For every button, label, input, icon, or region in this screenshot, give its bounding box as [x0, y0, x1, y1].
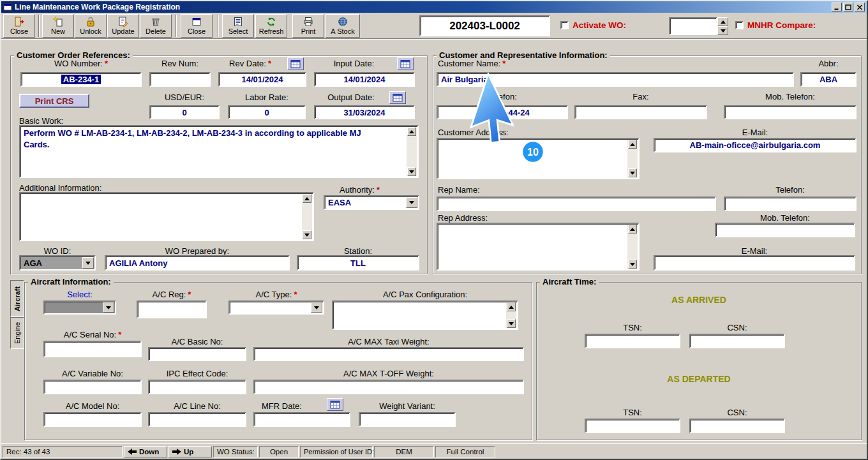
package-number-field[interactable]: 202403-L0002: [419, 15, 550, 36]
scroll-up-button[interactable]: [628, 225, 637, 234]
scroll-up-button[interactable]: [628, 140, 637, 149]
departed-tsn-field[interactable]: [585, 419, 680, 433]
mnhr-compare-checkbox[interactable]: [735, 21, 744, 29]
toolbar-select-button[interactable]: Select: [222, 14, 254, 38]
toolbar-close2-button[interactable]: Close: [181, 14, 213, 38]
wo-number-field[interactable]: AB-234-1: [20, 72, 142, 87]
triangle-up-icon: [630, 143, 635, 146]
maximize-button[interactable]: [843, 3, 853, 11]
toolbar-astock-button[interactable]: A Stock: [326, 14, 360, 38]
authority-dropdown[interactable]: EASA: [324, 195, 419, 210]
ac-serial-field[interactable]: [43, 341, 142, 357]
triangle-down-icon: [409, 201, 414, 204]
weight-variant-field[interactable]: [359, 412, 456, 427]
basic-work-textarea[interactable]: Perform WO # LM-AB-234-1, LM-AB-234-2, L…: [19, 125, 419, 178]
scroll-down-button[interactable]: [628, 168, 637, 177]
labor-rate-field[interactable]: 0: [228, 105, 306, 119]
ac-variable-no-field[interactable]: [43, 380, 142, 394]
departed-csn-field[interactable]: [689, 419, 785, 433]
additional-info-scrollbar[interactable]: [302, 194, 312, 239]
rep-address-scrollbar[interactable]: [627, 225, 638, 269]
scroll-down-button[interactable]: [407, 167, 416, 176]
customer-name-field[interactable]: Air Bulgaria: [437, 72, 794, 87]
pax-config-scrollbar[interactable]: [506, 302, 516, 328]
customer-name-label: Customer Name:*: [438, 59, 505, 68]
scroll-up-button[interactable]: [507, 302, 516, 311]
triangle-down-icon: [509, 322, 514, 325]
toolbar-print-button[interactable]: Print: [292, 14, 324, 38]
tab-engine[interactable]: Engine: [10, 317, 24, 349]
rep-email-label: E-Mail:: [654, 246, 855, 256]
ac-basic-no-field[interactable]: [148, 347, 246, 361]
basic-work-scrollbar[interactable]: [407, 127, 417, 176]
toolbar-delete-button[interactable]: Delete: [140, 14, 172, 38]
toolbar-unlock-button[interactable]: Unlock: [75, 14, 107, 38]
rev-date-calendar-button[interactable]: [287, 57, 304, 70]
scroll-up-button[interactable]: [303, 194, 311, 203]
mfr-date-field[interactable]: [253, 412, 350, 427]
arrived-csn-field[interactable]: [689, 334, 785, 348]
mob-telefon-field[interactable]: [724, 105, 857, 119]
aircraft-select-dropdown[interactable]: [43, 300, 116, 315]
toolbar-close-button[interactable]: Close: [3, 14, 35, 38]
scroll-up-button[interactable]: [407, 127, 416, 136]
rep-telefon-field[interactable]: [724, 197, 857, 211]
tab-aircraft[interactable]: Aircraft: [10, 280, 24, 317]
activate-wo-checkbox[interactable]: [560, 21, 569, 29]
print-crs-button[interactable]: Print CRS: [19, 94, 89, 108]
mnhr-value-input[interactable]: [669, 17, 717, 35]
wo-id-dropdown[interactable]: AGA: [19, 255, 96, 271]
output-date-calendar-button[interactable]: [389, 91, 406, 104]
dropdown-button[interactable]: [406, 197, 417, 208]
triangle-down-icon: [630, 172, 635, 175]
rep-address-textarea[interactable]: [437, 223, 640, 271]
rev-date-field[interactable]: 14/01/2024: [218, 72, 306, 87]
ac-line-no-field[interactable]: [148, 412, 246, 427]
toolbar-update-button[interactable]: Update: [107, 14, 139, 38]
rev-num-field[interactable]: [149, 72, 211, 87]
abbr-field[interactable]: ABA: [800, 72, 857, 87]
max-taxi-field[interactable]: [253, 347, 524, 361]
fax-field[interactable]: [574, 105, 707, 119]
dropdown-button[interactable]: [82, 257, 94, 269]
input-date-field[interactable]: 14/01/2024: [314, 72, 415, 87]
ac-model-no-field[interactable]: [43, 412, 142, 427]
down-button[interactable]: Down: [124, 446, 167, 457]
dropdown-button[interactable]: [311, 302, 322, 313]
minimize-button[interactable]: [832, 3, 842, 11]
scroll-down-button[interactable]: [507, 319, 516, 328]
additional-info-textarea[interactable]: [19, 192, 314, 241]
telefon-label: Telefon:: [437, 92, 568, 101]
max-toff-field[interactable]: [253, 380, 524, 394]
usd-eur-field[interactable]: 0: [149, 105, 220, 119]
spinner-down-button[interactable]: [717, 26, 728, 35]
customer-address-textarea[interactable]: [437, 138, 640, 179]
telefon-field[interactable]: +3-3445-44-24: [437, 105, 568, 119]
rep-email-field[interactable]: [654, 255, 855, 271]
wo-prepared-by-field[interactable]: AGILIA Antony: [105, 255, 290, 271]
ipc-effect-code-field[interactable]: [148, 380, 246, 394]
rep-name-field[interactable]: [437, 197, 716, 211]
input-date-calendar-button[interactable]: [397, 57, 414, 70]
pax-config-textarea[interactable]: [332, 300, 518, 330]
toolbar-refresh-button[interactable]: Refresh: [255, 14, 287, 38]
output-date-field[interactable]: 31/03/2024: [314, 105, 415, 119]
usd-eur-label: USD/EUR:: [149, 93, 220, 102]
ac-type-dropdown[interactable]: [228, 300, 324, 315]
arrived-tsn-field[interactable]: [585, 334, 680, 348]
toolbar-new-button[interactable]: New: [42, 14, 74, 38]
close-window-button[interactable]: [855, 3, 865, 11]
as-departed-heading: AS DEPARTED: [536, 374, 862, 384]
spinner-up-button[interactable]: [717, 17, 728, 26]
ac-reg-field[interactable]: [137, 300, 207, 318]
customer-address-scrollbar[interactable]: [627, 140, 638, 177]
scroll-down-button[interactable]: [628, 260, 637, 269]
scroll-down-button[interactable]: [303, 230, 311, 239]
status-permission-user: DEM: [374, 446, 434, 457]
mfr-date-calendar-button[interactable]: [327, 398, 343, 411]
rep-mob-telefon-field[interactable]: [715, 223, 855, 237]
dropdown-button[interactable]: [103, 302, 114, 313]
station-field[interactable]: TLL: [297, 255, 419, 271]
email-field[interactable]: AB-main-oficce@airbulgaria.com: [654, 138, 857, 152]
up-button[interactable]: Up: [168, 446, 212, 457]
